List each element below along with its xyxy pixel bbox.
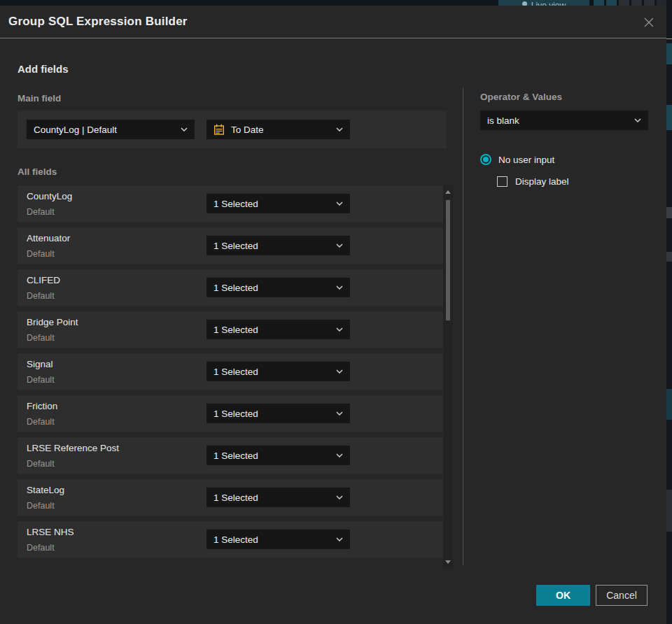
radio-selected-icon (480, 154, 491, 165)
chevron-down-icon (336, 327, 343, 332)
screenshot-stage: Live view Group SQL Expression Builder A… (0, 0, 672, 624)
cancel-button[interactable]: Cancel (596, 585, 648, 606)
chevron-down-icon (336, 285, 343, 290)
background-app-topbar: Live view (0, 0, 672, 6)
field-selected-dropdown[interactable]: 1 Selected (206, 278, 350, 297)
chevron-down-icon (336, 127, 343, 132)
no-user-input-radio[interactable]: No user input (480, 154, 554, 165)
field-subtitle: Default (27, 249, 55, 259)
field-selected-value: 1 Selected (214, 534, 332, 545)
background-app-right-edge (666, 0, 672, 624)
dialog-title: Group SQL Expression Builder (0, 15, 188, 29)
dialog-header: Group SQL Expression Builder (0, 6, 666, 38)
main-field-container: CountyLog | Default To Date (18, 111, 447, 148)
field-row: StateLogDefault1 Selected (18, 479, 447, 516)
chevron-down-icon (336, 537, 343, 541)
main-field-label: Main field (18, 93, 61, 104)
add-fields-heading: Add fields (18, 63, 69, 75)
fields-scrollbar[interactable] (443, 185, 453, 569)
field-row: Bridge PointDefault1 Selected (18, 311, 447, 348)
calendar-icon (214, 124, 225, 136)
operator-select[interactable]: is blank (480, 111, 648, 130)
field-selected-value: 1 Selected (214, 451, 332, 461)
chevron-down-icon (336, 453, 343, 458)
field-selected-value: 1 Selected (214, 241, 332, 251)
field-selected-value: 1 Selected (214, 325, 332, 335)
operator-values-label: Operator & Values (480, 92, 562, 102)
field-row: LRSE Reference PostDefault1 Selected (18, 437, 447, 474)
group-sql-expression-builder-dialog: Group SQL Expression Builder Add fields … (0, 6, 666, 624)
field-name: LRSE NHS (27, 527, 74, 537)
main-field-select-value: CountyLog | Default (34, 125, 176, 135)
field-name: Bridge Point (27, 317, 78, 327)
field-row: CLIFEDDefault1 Selected (18, 269, 447, 306)
field-selected-dropdown[interactable]: 1 Selected (206, 194, 350, 213)
live-view-button[interactable]: Live view (498, 0, 589, 6)
field-selected-dropdown[interactable]: 1 Selected (206, 362, 350, 381)
chevron-down-icon (336, 411, 343, 416)
scroll-down-arrow-icon[interactable] (445, 560, 451, 564)
field-selected-value: 1 Selected (214, 409, 332, 419)
field-subtitle: Default (27, 417, 55, 427)
field-type-select[interactable]: To Date (206, 120, 350, 139)
chevron-down-icon (336, 495, 343, 499)
field-type-select-value: To Date (231, 125, 332, 135)
live-view-label: Live view (531, 1, 566, 6)
display-label-checkbox[interactable]: Display label (497, 176, 569, 187)
field-subtitle: Default (27, 207, 55, 217)
field-selected-value: 1 Selected (214, 199, 332, 209)
field-name: Friction (27, 401, 57, 411)
display-label-text: Display label (515, 176, 569, 187)
field-row: SignalDefault1 Selected (18, 353, 447, 390)
ok-button[interactable]: OK (536, 585, 590, 606)
scrollbar-thumb[interactable] (446, 200, 450, 320)
field-row: LRSE NHSDefault1 Selected (18, 521, 447, 558)
field-name: Attenuator (27, 233, 70, 243)
field-row: CountyLogDefault1 Selected (18, 185, 447, 222)
close-icon (643, 17, 654, 28)
chevron-down-icon (336, 201, 343, 206)
all-fields-label: All fields (18, 166, 57, 177)
field-subtitle: Default (27, 501, 55, 511)
field-subtitle: Default (27, 291, 55, 301)
no-user-input-label: No user input (498, 155, 554, 165)
field-selected-dropdown[interactable]: 1 Selected (206, 446, 350, 465)
field-row: FrictionDefault1 Selected (18, 395, 447, 432)
field-subtitle: Default (27, 459, 55, 469)
field-name: CLIFED (27, 275, 60, 285)
field-row: AttenuatorDefault1 Selected (18, 227, 447, 264)
field-selected-value: 1 Selected (214, 492, 332, 503)
checkbox-unchecked-icon (497, 176, 507, 187)
chevron-down-icon (634, 118, 641, 122)
all-fields-list: CountyLogDefault1 SelectedAttenuatorDefa… (18, 185, 447, 558)
main-field-select[interactable]: CountyLog | Default (27, 120, 195, 139)
field-name: StateLog (27, 485, 64, 495)
field-selected-value: 1 Selected (214, 367, 332, 377)
close-button[interactable] (641, 15, 657, 30)
field-name: CountyLog (27, 191, 72, 201)
field-selected-dropdown[interactable]: 1 Selected (206, 530, 350, 549)
panel-divider (463, 87, 463, 565)
field-subtitle: Default (27, 375, 55, 385)
chevron-down-icon (181, 127, 188, 132)
chevron-down-icon (336, 243, 343, 248)
field-selected-value: 1 Selected (214, 283, 332, 293)
field-selected-dropdown[interactable]: 1 Selected (206, 404, 350, 423)
field-selected-dropdown[interactable]: 1 Selected (206, 488, 350, 507)
chevron-down-icon (336, 369, 343, 374)
field-subtitle: Default (27, 333, 55, 343)
field-selected-dropdown[interactable]: 1 Selected (206, 320, 350, 339)
background-toolbar-fragments (594, 0, 667, 6)
field-name: Signal (27, 359, 53, 369)
field-subtitle: Default (27, 543, 55, 553)
field-selected-dropdown[interactable]: 1 Selected (206, 236, 350, 255)
operator-select-value: is blank (487, 115, 630, 126)
field-name: LRSE Reference Post (27, 443, 119, 453)
scroll-up-arrow-icon[interactable] (445, 190, 451, 194)
